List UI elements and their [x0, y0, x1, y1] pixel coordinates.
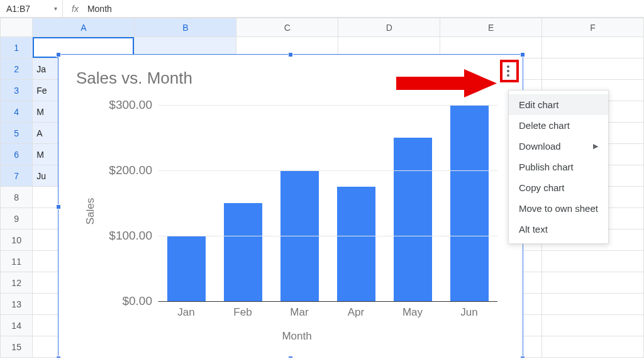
row-header[interactable]: 11: [1, 251, 33, 272]
x-axis-label: Month: [84, 330, 510, 343]
row-header[interactable]: 14: [1, 315, 33, 336]
row-header[interactable]: 12: [1, 272, 33, 294]
resize-handle[interactable]: [56, 204, 61, 209]
row-header[interactable]: 3: [1, 80, 33, 101]
column-header[interactable]: C: [236, 18, 338, 37]
menu-item[interactable]: Download▶: [509, 136, 608, 157]
cell-reference: A1:B7: [6, 4, 30, 14]
name-box[interactable]: A1:B7: [0, 0, 63, 17]
x-tick-label: Apr: [328, 306, 384, 319]
row-header[interactable]: 1: [1, 37, 33, 58]
row-header[interactable]: 5: [1, 123, 33, 144]
row-header[interactable]: 2: [1, 58, 33, 80]
bar: [167, 236, 206, 301]
cell[interactable]: [542, 251, 644, 272]
y-tick-label: $300.00: [109, 98, 152, 112]
column-header[interactable]: E: [440, 18, 542, 37]
menu-item[interactable]: Publish chart: [509, 157, 608, 177]
chevron-right-icon: ▶: [593, 142, 598, 150]
bar: [394, 138, 432, 301]
menu-item[interactable]: Move to own sheet: [509, 198, 608, 219]
column-header[interactable]: A: [33, 18, 135, 37]
resize-handle[interactable]: [520, 52, 525, 57]
x-tick-label: Mar: [271, 306, 328, 319]
row-header[interactable]: 6: [1, 144, 33, 165]
y-tick-label: $200.00: [109, 163, 152, 177]
column-header[interactable]: B: [135, 18, 236, 37]
cell[interactable]: [542, 294, 644, 315]
menu-item-label: Edit chart: [519, 99, 558, 110]
gridline: [158, 236, 497, 236]
menu-item[interactable]: Copy chart: [509, 177, 608, 198]
plot-region: $0.00$100.00$200.00$300.00: [158, 105, 497, 302]
cell[interactable]: [542, 272, 644, 294]
resize-handle[interactable]: [288, 356, 293, 358]
cell[interactable]: [542, 315, 644, 336]
bar: [337, 187, 375, 301]
row-header[interactable]: 15: [1, 336, 33, 358]
menu-item-label: Copy chart: [519, 182, 565, 193]
chart-object[interactable]: Sales vs. Month Sales $0.00$100.00$200.0…: [58, 54, 523, 358]
column-header[interactable]: F: [542, 18, 644, 37]
menu-item[interactable]: Alt text: [509, 219, 608, 240]
fx-label: fx: [63, 4, 87, 14]
menu-item-label: Delete chart: [519, 120, 570, 131]
cell[interactable]: [542, 336, 644, 358]
resize-handle[interactable]: [520, 356, 525, 358]
row-header[interactable]: 4: [1, 101, 33, 123]
y-tick-label: $100.00: [109, 229, 152, 243]
menu-item-label: Move to own sheet: [519, 203, 598, 214]
x-tick-label: Jan: [158, 306, 214, 319]
row-header[interactable]: 13: [1, 294, 33, 315]
menu-item-label: Download: [519, 141, 561, 152]
y-tick-label: $0.00: [122, 294, 152, 308]
column-header[interactable]: D: [338, 18, 440, 37]
menu-item-label: Publish chart: [519, 162, 574, 172]
y-axis-label: Sales: [84, 198, 97, 225]
gridline: [158, 170, 497, 171]
chart-context-menu: Edit chartDelete chartDownload▶Publish c…: [508, 90, 609, 244]
resize-handle[interactable]: [288, 52, 293, 57]
chart-title: Sales vs. Month: [58, 55, 523, 88]
bar: [224, 203, 262, 301]
x-tick-label: Jun: [441, 306, 497, 319]
column-headers: ABCDEF: [1, 18, 644, 37]
chart-plot-area: Sales $0.00$100.00$200.00$300.00 JanFebM…: [84, 99, 510, 324]
row-header[interactable]: 7: [1, 165, 33, 187]
cell[interactable]: [542, 58, 644, 80]
x-tick-label: May: [384, 306, 441, 319]
row-header[interactable]: 8: [1, 187, 33, 208]
gridline: [158, 105, 497, 106]
row-header[interactable]: 9: [1, 208, 33, 229]
spreadsheet-grid[interactable]: ABCDEF 12Ja3Fe4M5A6M7Ju89101112131415 Sa…: [0, 18, 644, 358]
chart-menu-button[interactable]: [502, 64, 514, 79]
resize-handle[interactable]: [56, 52, 61, 57]
bar: [450, 105, 489, 301]
formula-input[interactable]: Month: [87, 4, 112, 14]
select-all-corner[interactable]: [1, 18, 33, 37]
x-axis: JanFebMarAprMayJun: [158, 306, 497, 319]
x-tick-label: Feb: [214, 306, 271, 319]
row-header[interactable]: 10: [1, 229, 33, 251]
menu-item[interactable]: Edit chart: [509, 94, 608, 115]
formula-bar: A1:B7 fx Month: [0, 0, 644, 18]
menu-item-label: Alt text: [519, 224, 548, 235]
cell[interactable]: [542, 37, 644, 58]
menu-item[interactable]: Delete chart: [509, 115, 608, 136]
resize-handle[interactable]: [56, 356, 61, 358]
